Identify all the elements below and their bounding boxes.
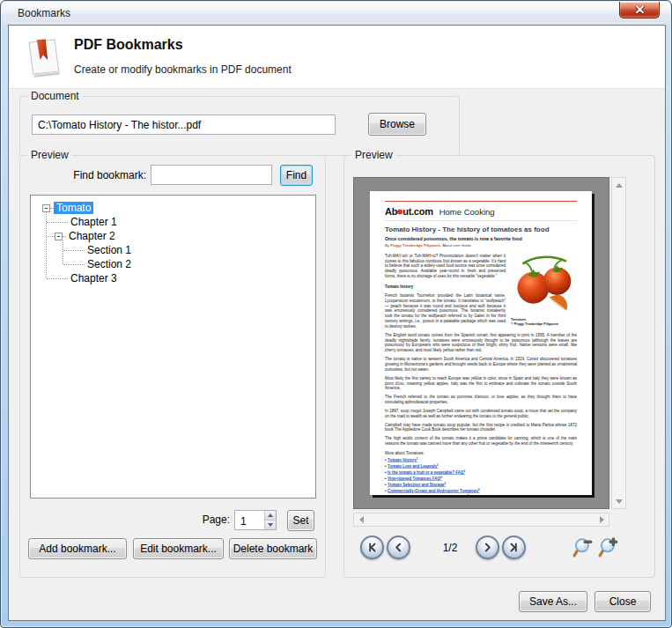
article-paragraph: Most likely the first variety to reach E… [385, 375, 577, 391]
article-link: •Vine-ripened Tomatoes FAQ4 [385, 476, 577, 482]
document-path-field[interactable] [32, 115, 336, 135]
tree-connector [47, 236, 55, 237]
tree-connector [63, 264, 85, 265]
page-number-input[interactable] [235, 511, 264, 529]
last-page-icon [509, 543, 519, 552]
tree-item-label[interactable]: Chapter 1 [68, 216, 120, 228]
right-arrow-icon [600, 516, 604, 523]
article-link: •Are there male and female tomatoes? FAQ… [385, 494, 577, 495]
article-paragraph: Campbell may have made tomato soup popul… [385, 422, 577, 432]
collapse-icon[interactable] [55, 233, 63, 240]
tree-item-section2[interactable]: Section 2 [63, 257, 134, 271]
page-subtitle: Create or modify bookmarks in PDF docume… [74, 63, 292, 76]
down-arrow-icon [268, 523, 273, 527]
pdf-page-content: Abut.com Home Cooking Tomato History - T… [370, 191, 592, 495]
article-paragraph: The high acidic content of the tomato ma… [385, 436, 577, 447]
article-paragraph: The French referred to the tomato as pom… [385, 395, 577, 405]
tomatoes-photo [511, 254, 577, 315]
masthead-rule [385, 201, 577, 202]
zoom-out-button[interactable] [571, 536, 594, 559]
article-link: •Is the tomato a fruit or a vegetable? F… [385, 469, 577, 476]
article-subtitle: Once considered poisonous, the tomato is… [385, 236, 577, 242]
scroll-down-button[interactable] [612, 494, 625, 508]
browse-button[interactable]: Browse [368, 113, 426, 136]
close-window-button[interactable] [619, 2, 660, 18]
tree-connector [47, 222, 68, 223]
page-title: PDF Bookmarks [74, 37, 183, 53]
page-indicator: 1/2 [430, 542, 470, 554]
next-page-button[interactable] [476, 536, 499, 559]
delete-bookmark-button[interactable]: Delete bookmark [229, 538, 317, 559]
masthead-title: Home Cooking [439, 207, 495, 218]
first-page-icon [367, 543, 377, 552]
page-label: Page: [195, 513, 230, 526]
tree-item-label[interactable]: Section 1 [85, 244, 134, 256]
find-button[interactable]: Find [280, 165, 313, 186]
article-paragraph: The tomato is native to western South Am… [385, 357, 577, 373]
page-spinner [234, 510, 277, 530]
page-spin-up-button[interactable] [264, 511, 276, 520]
pdf-bookmark-icon [21, 33, 67, 81]
image-caption: Tomatoes © Peggy Trowbridge Filippone [511, 317, 577, 325]
add-bookmark-button[interactable]: Add bookmark... [28, 538, 127, 559]
zoom-in-button[interactable] [596, 536, 620, 559]
find-bookmark-input[interactable] [151, 165, 272, 185]
previous-page-button[interactable] [387, 536, 410, 559]
document-groupbox: Document Browse [19, 96, 460, 156]
collapse-icon[interactable] [42, 204, 50, 212]
article-title: Tomato History - The history of tomatoes… [385, 225, 577, 233]
article-link: •Commercially-Grown and Hydroponic Tomat… [385, 488, 577, 494]
divider [385, 220, 577, 221]
tree-item-chapter3[interactable]: Chapter 3 [47, 271, 120, 285]
tree-item-label[interactable]: Chapter 2 [66, 230, 118, 242]
bookmarks-group-label: Preview [27, 149, 72, 161]
tree-connector [63, 250, 85, 251]
set-page-button[interactable]: Set [287, 510, 314, 531]
pdf-preview-canvas[interactable]: Abut.com Home Cooking Tomato History - T… [353, 177, 609, 509]
last-page-button[interactable] [502, 536, 526, 559]
zoom-out-icon [572, 537, 594, 558]
down-arrow-icon [616, 499, 623, 504]
article-link: •Tomato Selection and Storage5 [385, 482, 577, 488]
edit-bookmark-button[interactable]: Edit bookmark... [133, 538, 224, 559]
zoom-in-icon [598, 537, 619, 558]
close-button[interactable]: Close [594, 591, 651, 612]
tree-item-chapter1[interactable]: Chapter 1 [47, 215, 120, 229]
tree-item-label[interactable]: Section 2 [85, 258, 134, 270]
bookmark-tree[interactable]: Tomato Chapter 1 Chapter 2 Section 1 Sec… [30, 195, 316, 499]
scroll-right-button[interactable] [594, 513, 609, 526]
tree-item-label[interactable]: Chapter 3 [68, 272, 120, 284]
article-link: •Tomato Lore and Legends2 [385, 463, 577, 469]
close-icon [634, 5, 646, 15]
left-arrow-icon [359, 516, 364, 523]
byline-author-link: Peggy Trowbridge Filippone [390, 243, 440, 248]
next-page-icon [483, 543, 492, 552]
scroll-up-button[interactable] [612, 178, 625, 192]
article-byline: By Peggy Trowbridge Filippone, About.com… [385, 243, 577, 248]
article-paragraph: In 1897, soup mogul Joseph Campbell came… [385, 409, 577, 419]
dialog-header: PDF Bookmarks Create or modify bookmarks… [9, 26, 665, 89]
tree-connector [47, 278, 68, 279]
find-bookmark-label: Find bookmark: [19, 169, 146, 181]
tree-item-chapter2[interactable]: Chapter 2 [47, 229, 118, 243]
pdf-preview-group-label: Preview [351, 149, 396, 161]
preview-horizontal-scrollbar[interactable] [353, 513, 609, 527]
preview-vertical-scrollbar[interactable] [611, 177, 626, 509]
title-bar[interactable]: Bookmarks [2, 2, 670, 25]
bookmarks-window: Bookmarks [0, 0, 672, 628]
tree-item-section1[interactable]: Section 1 [63, 243, 134, 257]
save-as-button[interactable]: Save As... [519, 591, 587, 612]
up-arrow-icon [616, 183, 623, 188]
window-title: Bookmarks [18, 7, 70, 19]
article-paragraph: The English word tomato comes from the S… [385, 333, 577, 353]
tree-item-tomato[interactable]: Tomato [42, 201, 93, 215]
up-arrow-icon [268, 513, 273, 517]
tree-item-label[interactable]: Tomato [54, 202, 93, 214]
more-label: More about Tomatoes: [385, 451, 577, 456]
article-image-block: Tomatoes © Peggy Trowbridge Filippone [511, 254, 577, 326]
document-group-label: Document [27, 90, 83, 102]
previous-page-icon [394, 543, 403, 552]
first-page-button[interactable] [360, 536, 384, 559]
page-spin-down-button[interactable] [264, 520, 276, 529]
scroll-left-button[interactable] [354, 513, 368, 526]
